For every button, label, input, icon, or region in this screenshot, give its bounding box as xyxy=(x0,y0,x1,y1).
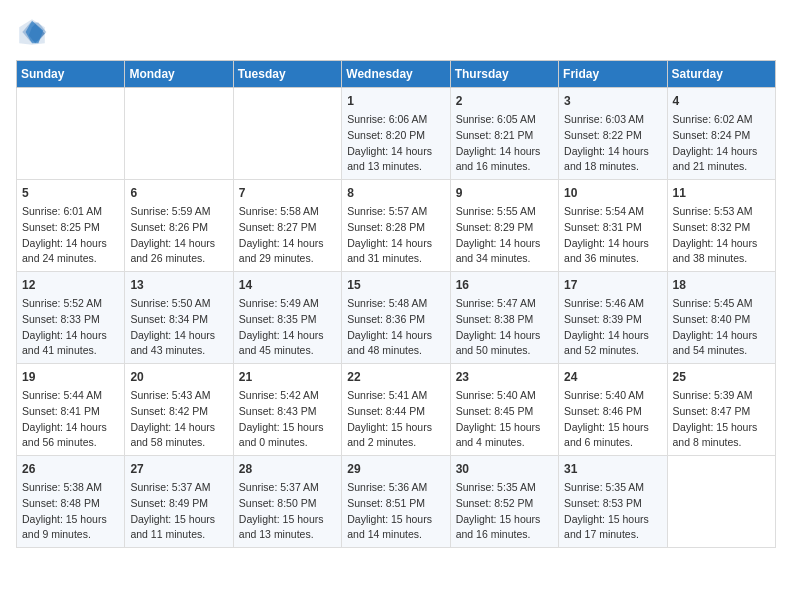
week-row-1: 1Sunrise: 6:06 AMSunset: 8:20 PMDaylight… xyxy=(17,88,776,180)
day-info-line: Sunrise: 5:49 AM xyxy=(239,296,336,312)
calendar-cell: 26Sunrise: 5:38 AMSunset: 8:48 PMDayligh… xyxy=(17,456,125,548)
weekday-header-wednesday: Wednesday xyxy=(342,61,450,88)
day-info-line: Sunset: 8:43 PM xyxy=(239,404,336,420)
day-number: 30 xyxy=(456,460,553,478)
day-info-line: Sunset: 8:29 PM xyxy=(456,220,553,236)
calendar-cell: 4Sunrise: 6:02 AMSunset: 8:24 PMDaylight… xyxy=(667,88,775,180)
day-info-line: and 31 minutes. xyxy=(347,251,444,267)
day-number: 2 xyxy=(456,92,553,110)
day-number: 20 xyxy=(130,368,227,386)
day-info-line: Sunrise: 5:42 AM xyxy=(239,388,336,404)
day-number: 22 xyxy=(347,368,444,386)
calendar-cell: 24Sunrise: 5:40 AMSunset: 8:46 PMDayligh… xyxy=(559,364,667,456)
weekday-header-row: SundayMondayTuesdayWednesdayThursdayFrid… xyxy=(17,61,776,88)
day-number: 27 xyxy=(130,460,227,478)
calendar-cell xyxy=(233,88,341,180)
day-info-line: Sunset: 8:50 PM xyxy=(239,496,336,512)
day-info-line: Sunrise: 5:52 AM xyxy=(22,296,119,312)
calendar-cell: 18Sunrise: 5:45 AMSunset: 8:40 PMDayligh… xyxy=(667,272,775,364)
day-info-line: Daylight: 14 hours xyxy=(347,144,444,160)
day-number: 28 xyxy=(239,460,336,478)
calendar-cell: 16Sunrise: 5:47 AMSunset: 8:38 PMDayligh… xyxy=(450,272,558,364)
day-info-line: Sunset: 8:51 PM xyxy=(347,496,444,512)
day-info-line: Daylight: 14 hours xyxy=(456,144,553,160)
week-row-2: 5Sunrise: 6:01 AMSunset: 8:25 PMDaylight… xyxy=(17,180,776,272)
day-number: 21 xyxy=(239,368,336,386)
day-info-line: Sunset: 8:46 PM xyxy=(564,404,661,420)
weekday-header-saturday: Saturday xyxy=(667,61,775,88)
day-info-line: and 11 minutes. xyxy=(130,527,227,543)
day-info-line: Daylight: 14 hours xyxy=(239,236,336,252)
day-info-line: Sunrise: 6:03 AM xyxy=(564,112,661,128)
weekday-header-monday: Monday xyxy=(125,61,233,88)
day-info-line: Sunrise: 5:50 AM xyxy=(130,296,227,312)
day-info-line: and 38 minutes. xyxy=(673,251,770,267)
day-info-line: and 26 minutes. xyxy=(130,251,227,267)
calendar-cell: 2Sunrise: 6:05 AMSunset: 8:21 PMDaylight… xyxy=(450,88,558,180)
day-info-line: Daylight: 14 hours xyxy=(130,420,227,436)
page-header xyxy=(16,16,776,48)
day-info-line: Sunset: 8:33 PM xyxy=(22,312,119,328)
day-info-line: Daylight: 15 hours xyxy=(456,420,553,436)
day-info-line: Sunrise: 5:40 AM xyxy=(456,388,553,404)
day-info-line: Sunrise: 5:55 AM xyxy=(456,204,553,220)
day-number: 1 xyxy=(347,92,444,110)
calendar-cell: 22Sunrise: 5:41 AMSunset: 8:44 PMDayligh… xyxy=(342,364,450,456)
day-info-line: Sunrise: 5:41 AM xyxy=(347,388,444,404)
calendar-cell xyxy=(667,456,775,548)
day-info-line: and 29 minutes. xyxy=(239,251,336,267)
day-info-line: Daylight: 14 hours xyxy=(456,328,553,344)
day-info-line: and 2 minutes. xyxy=(347,435,444,451)
day-number: 24 xyxy=(564,368,661,386)
day-info-line: Sunrise: 5:48 AM xyxy=(347,296,444,312)
day-number: 31 xyxy=(564,460,661,478)
day-info-line: Daylight: 15 hours xyxy=(239,512,336,528)
day-info-line: Sunset: 8:45 PM xyxy=(456,404,553,420)
day-info-line: Daylight: 14 hours xyxy=(456,236,553,252)
week-row-5: 26Sunrise: 5:38 AMSunset: 8:48 PMDayligh… xyxy=(17,456,776,548)
calendar-cell: 29Sunrise: 5:36 AMSunset: 8:51 PMDayligh… xyxy=(342,456,450,548)
day-info-line: Daylight: 14 hours xyxy=(673,236,770,252)
day-info-line: Sunset: 8:26 PM xyxy=(130,220,227,236)
day-info-line: and 6 minutes. xyxy=(564,435,661,451)
day-info-line: Daylight: 15 hours xyxy=(347,512,444,528)
day-number: 25 xyxy=(673,368,770,386)
day-info-line: Sunrise: 5:46 AM xyxy=(564,296,661,312)
day-info-line: Sunset: 8:41 PM xyxy=(22,404,119,420)
day-info-line: Sunset: 8:32 PM xyxy=(673,220,770,236)
day-info-line: Sunset: 8:24 PM xyxy=(673,128,770,144)
day-info-line: Sunset: 8:53 PM xyxy=(564,496,661,512)
day-info-line: Sunrise: 5:58 AM xyxy=(239,204,336,220)
day-info-line: Sunrise: 5:36 AM xyxy=(347,480,444,496)
day-info-line: Sunrise: 6:06 AM xyxy=(347,112,444,128)
day-number: 13 xyxy=(130,276,227,294)
day-info-line: Daylight: 14 hours xyxy=(22,236,119,252)
day-info-line: Sunrise: 6:02 AM xyxy=(673,112,770,128)
day-info-line: and 36 minutes. xyxy=(564,251,661,267)
day-info-line: Sunrise: 5:37 AM xyxy=(239,480,336,496)
day-info-line: Sunset: 8:28 PM xyxy=(347,220,444,236)
day-info-line: Daylight: 14 hours xyxy=(564,144,661,160)
day-info-line: Sunrise: 5:40 AM xyxy=(564,388,661,404)
day-info-line: Sunset: 8:31 PM xyxy=(564,220,661,236)
day-info-line: and 34 minutes. xyxy=(456,251,553,267)
day-info-line: Sunset: 8:42 PM xyxy=(130,404,227,420)
week-row-4: 19Sunrise: 5:44 AMSunset: 8:41 PMDayligh… xyxy=(17,364,776,456)
day-info-line: Sunset: 8:40 PM xyxy=(673,312,770,328)
day-info-line: Daylight: 15 hours xyxy=(564,512,661,528)
day-info-line: Sunrise: 5:35 AM xyxy=(564,480,661,496)
day-info-line: Daylight: 14 hours xyxy=(130,236,227,252)
day-number: 6 xyxy=(130,184,227,202)
day-info-line: Sunrise: 5:59 AM xyxy=(130,204,227,220)
day-info-line: and 14 minutes. xyxy=(347,527,444,543)
day-info-line: Daylight: 14 hours xyxy=(239,328,336,344)
day-info-line: Sunrise: 5:54 AM xyxy=(564,204,661,220)
day-info-line: Sunset: 8:20 PM xyxy=(347,128,444,144)
day-info-line: Daylight: 14 hours xyxy=(22,328,119,344)
day-info-line: Sunset: 8:44 PM xyxy=(347,404,444,420)
calendar-cell: 7Sunrise: 5:58 AMSunset: 8:27 PMDaylight… xyxy=(233,180,341,272)
day-info-line: and 16 minutes. xyxy=(456,527,553,543)
day-info-line: Sunrise: 5:44 AM xyxy=(22,388,119,404)
day-number: 3 xyxy=(564,92,661,110)
day-info-line: Daylight: 15 hours xyxy=(673,420,770,436)
